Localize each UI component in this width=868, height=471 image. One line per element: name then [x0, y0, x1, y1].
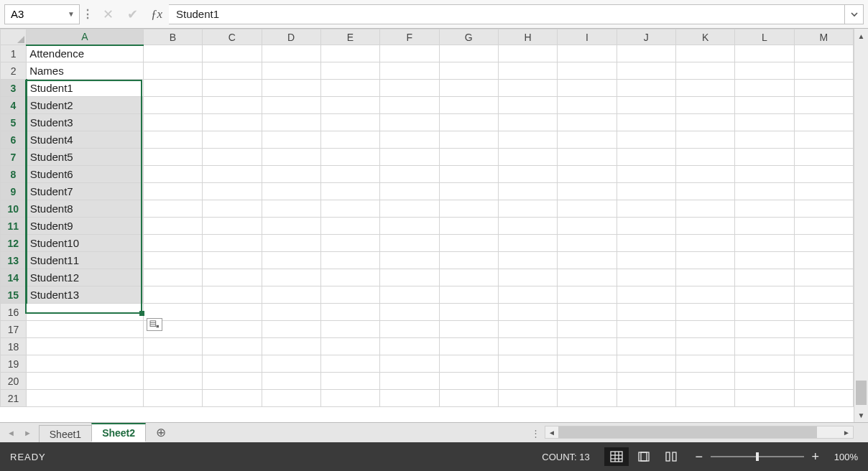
name-box[interactable]: A3 ▼ — [4, 4, 80, 24]
row-header[interactable]: 19 — [1, 355, 27, 373]
cell[interactable] — [380, 114, 439, 131]
cell[interactable] — [735, 269, 794, 286]
cell[interactable] — [143, 286, 202, 304]
zoom-slider-thumb[interactable] — [756, 452, 759, 461]
cell[interactable] — [498, 321, 557, 338]
cell[interactable] — [794, 304, 853, 321]
cell[interactable] — [794, 338, 853, 355]
cell[interactable] — [794, 355, 853, 373]
insert-function-button[interactable]: ƒx — [144, 4, 169, 24]
cell[interactable] — [203, 235, 262, 252]
cell[interactable] — [735, 149, 794, 166]
cell[interactable] — [794, 166, 853, 183]
expand-formula-bar-button[interactable] — [845, 4, 864, 24]
cell[interactable] — [794, 97, 853, 114]
tab-nav-buttons[interactable]: ◄ ► — [0, 423, 39, 442]
cell[interactable] — [675, 252, 734, 269]
cell[interactable] — [27, 338, 144, 355]
cell[interactable] — [498, 114, 557, 131]
cell[interactable] — [320, 80, 379, 97]
cell[interactable] — [439, 286, 498, 304]
cell[interactable] — [735, 235, 794, 252]
cell[interactable] — [320, 166, 379, 183]
cell[interactable] — [617, 373, 675, 390]
cell[interactable] — [439, 269, 498, 286]
cell[interactable] — [558, 218, 617, 235]
cell[interactable] — [380, 321, 439, 338]
cell[interactable] — [203, 80, 262, 97]
cell[interactable] — [143, 80, 202, 97]
accept-formula-button[interactable]: ✔ — [120, 4, 144, 24]
column-header[interactable]: I — [558, 29, 617, 45]
column-header[interactable]: J — [617, 29, 675, 45]
cell[interactable] — [735, 97, 794, 114]
cell[interactable] — [794, 269, 853, 286]
cell[interactable] — [203, 338, 262, 355]
cell[interactable] — [143, 218, 202, 235]
cell[interactable] — [203, 286, 262, 304]
horizontal-scroll-track[interactable] — [558, 426, 840, 438]
cell[interactable] — [262, 218, 320, 235]
cell[interactable] — [498, 269, 557, 286]
cell[interactable] — [617, 97, 675, 114]
cell[interactable] — [203, 131, 262, 149]
cell[interactable] — [262, 166, 320, 183]
cell[interactable] — [675, 304, 734, 321]
cell[interactable] — [203, 45, 262, 62]
cell[interactable] — [735, 321, 794, 338]
cell[interactable] — [380, 45, 439, 62]
cell[interactable] — [262, 114, 320, 131]
cell[interactable] — [320, 235, 379, 252]
cell[interactable] — [498, 80, 557, 97]
cell[interactable] — [143, 252, 202, 269]
cell[interactable] — [203, 62, 262, 80]
cell[interactable]: Student11 — [27, 252, 144, 269]
row-header[interactable]: 17 — [1, 321, 27, 338]
cell[interactable] — [558, 80, 617, 97]
cell[interactable] — [498, 235, 557, 252]
cell[interactable] — [675, 390, 734, 407]
cell[interactable] — [203, 149, 262, 166]
cell[interactable] — [439, 200, 498, 218]
cell[interactable] — [380, 338, 439, 355]
cell[interactable] — [794, 286, 853, 304]
column-header[interactable]: M — [794, 29, 853, 45]
cell[interactable] — [498, 200, 557, 218]
cell[interactable] — [203, 269, 262, 286]
cell[interactable] — [439, 321, 498, 338]
horizontal-scroll-thumb[interactable] — [558, 426, 817, 438]
cell[interactable] — [498, 97, 557, 114]
cell[interactable] — [794, 62, 853, 80]
row-header[interactable]: 16 — [1, 304, 27, 321]
cell[interactable] — [203, 373, 262, 390]
cell[interactable] — [558, 269, 617, 286]
cell[interactable] — [320, 355, 379, 373]
cell[interactable] — [262, 183, 320, 200]
cell[interactable] — [262, 200, 320, 218]
cell[interactable] — [380, 269, 439, 286]
cell[interactable] — [617, 286, 675, 304]
cell[interactable] — [380, 218, 439, 235]
cell[interactable] — [794, 252, 853, 269]
row-header[interactable]: 9 — [1, 183, 27, 200]
column-header[interactable]: C — [203, 29, 262, 45]
cell[interactable] — [558, 321, 617, 338]
row-header[interactable]: 6 — [1, 131, 27, 149]
cell[interactable] — [558, 355, 617, 373]
cell[interactable] — [439, 131, 498, 149]
cell[interactable] — [380, 235, 439, 252]
cell[interactable] — [439, 338, 498, 355]
horizontal-split-handle[interactable]: ⋮ — [531, 428, 540, 439]
cell[interactable] — [558, 149, 617, 166]
cell[interactable] — [735, 304, 794, 321]
cell[interactable] — [439, 390, 498, 407]
cell[interactable] — [794, 235, 853, 252]
cell[interactable] — [143, 200, 202, 218]
cell[interactable] — [380, 355, 439, 373]
cell[interactable] — [735, 62, 794, 80]
cell[interactable] — [320, 252, 379, 269]
cell[interactable] — [675, 200, 734, 218]
cell[interactable] — [262, 286, 320, 304]
cell[interactable] — [794, 390, 853, 407]
cell[interactable] — [498, 304, 557, 321]
